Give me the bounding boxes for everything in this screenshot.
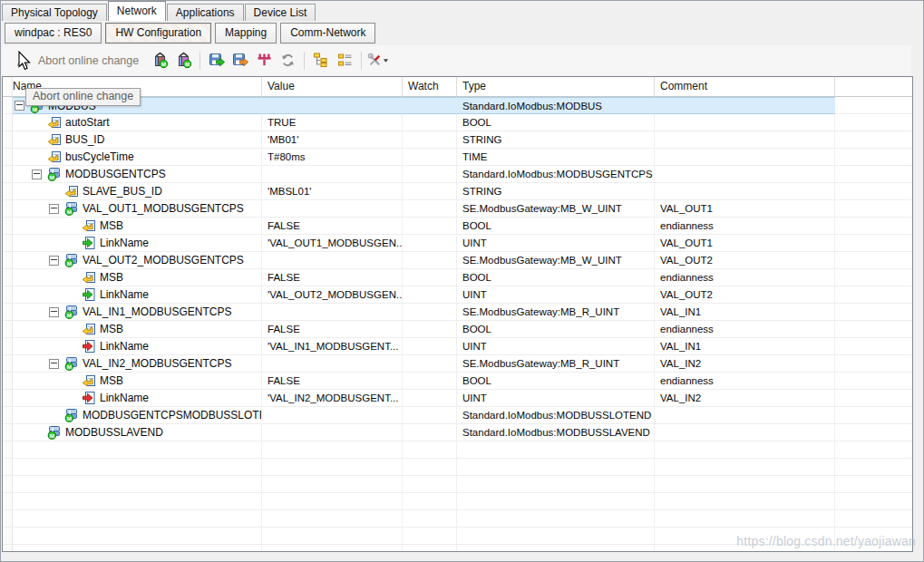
tree-node-label: MODBUSGENTCPSMODBUSSLOTEND (83, 407, 262, 423)
svg-text:M: M (67, 260, 72, 266)
tree-node-label: MSB (100, 373, 123, 389)
insert-module-m-icon[interactable]: M (149, 50, 170, 72)
tree-cell-name: busCycleTime (13, 149, 262, 166)
svg-text:M: M (161, 62, 166, 67)
column-header-value[interactable]: Value (262, 77, 403, 97)
column-header-watch[interactable]: Watch (403, 77, 457, 97)
tree-row-msb[interactable]: MSBFALSEBOOLendianness (3, 321, 912, 338)
collapse-expander-icon[interactable] (49, 256, 59, 266)
tree-node-label: LinkName (100, 286, 149, 303)
list-view-icon[interactable] (334, 50, 355, 72)
link-out-icon (82, 236, 96, 250)
tree-node-label: busCycleTime (65, 149, 134, 165)
collapse-expander-icon[interactable] (32, 170, 42, 179)
tree-row-val_out2_modbusgentcps[interactable]: MVAL_OUT2_MODBUSGENTCPSSE.ModbusGateway:… (3, 252, 912, 269)
tree-row-msb[interactable]: MSBFALSEBOOLendianness (3, 373, 912, 390)
tree-node-label: VAL_IN1_MODBUSGENTCPS (83, 304, 232, 320)
subtab-mapping[interactable]: Mapping (215, 23, 277, 44)
insert-slave-m-icon[interactable]: M (172, 50, 194, 72)
expander-spacer (32, 157, 47, 158)
tree-row-msb[interactable]: MSBFALSEBOOLendianness (3, 218, 912, 235)
tree-node-label: LinkName (100, 390, 149, 406)
tree-row-msb[interactable]: MSBFALSEBOOLendianness (3, 269, 912, 286)
expand-tree-icon[interactable] (310, 50, 332, 72)
column-header-type[interactable]: Type (457, 77, 655, 97)
expander-spacer (49, 415, 64, 416)
tree-row-slave_bus_id[interactable]: SLAVE_BUS_ID'MBSL01'STRING (3, 183, 912, 200)
tree-cell-name: MSB (13, 321, 262, 338)
empty-row (3, 459, 912, 476)
tree-row-val_in2_modbusgentcps[interactable]: MVAL_IN2_MODBUSGENTCPSSE.ModbusGateway:M… (3, 355, 912, 373)
expander-spacer (66, 398, 82, 399)
tree-row-autostart[interactable]: autoStartTRUEBOOL (3, 114, 912, 131)
fieldbus-icon[interactable] (253, 50, 275, 72)
tree-cell-name: MSB (13, 373, 262, 390)
svg-text:M: M (67, 312, 72, 318)
toolbar-icons: MM (148, 50, 390, 72)
collapse-expander-icon[interactable] (15, 101, 24, 111)
param-icon (82, 322, 96, 336)
empty-row (3, 510, 912, 528)
expander-spacer (66, 346, 82, 347)
expander-spacer (66, 381, 82, 382)
svg-text:M: M (67, 208, 72, 215)
tab-device-list[interactable]: Device List (245, 4, 316, 21)
mouse-cursor (18, 51, 31, 71)
tree-row-val_out1_modbusgentcps[interactable]: MVAL_OUT1_MODBUSGENTCPSSE.ModbusGateway:… (3, 200, 912, 218)
module-icon: M (64, 201, 79, 216)
tree-node-label: MODBUSGENTCPS (65, 166, 166, 182)
link-out-icon (82, 287, 96, 302)
module-icon: M (47, 167, 62, 181)
svg-text:M: M (67, 363, 72, 370)
tree-row-modbusgentcps[interactable]: MMODBUSGENTCPSStandard.IoModbus:MODBUSGE… (3, 166, 912, 183)
tree-cell-name: MVAL_OUT1_MODBUSGENTCPS (13, 200, 262, 218)
toolbar-separator (361, 52, 362, 70)
tree-row-buscycletime[interactable]: busCycleTimeT#80msTIME (3, 149, 912, 166)
refresh-icon[interactable] (277, 50, 298, 72)
tree-row-bus_id[interactable]: BUS_ID'MB01'STRING (3, 131, 912, 149)
tree-cell-name: MMODBUSSLAVEND (13, 424, 262, 441)
param-icon (82, 218, 96, 233)
tree-row-val_in1_modbusgentcps[interactable]: MVAL_IN1_MODBUSGENTCPSSE.ModbusGateway:M… (3, 304, 912, 321)
expander-spacer (32, 140, 47, 140)
svg-text:M: M (50, 432, 54, 439)
tree-cell-name: LinkName (13, 235, 262, 252)
subtab-comm-network[interactable]: Comm-Network (280, 23, 375, 44)
tab-physical-topology[interactable]: Physical Topology (2, 4, 107, 21)
tab-applications[interactable]: Applications (167, 4, 244, 21)
sub-tab-bar: windpac : RES0 HW Configuration Mapping … (5, 23, 375, 44)
tab-network[interactable]: Network (108, 1, 166, 21)
column-header-filler (835, 77, 912, 97)
tree-row-linkname[interactable]: LinkName'VAL_OUT2_MODBUSGEN...UINTVAL_OU… (3, 286, 912, 304)
column-header-comment[interactable]: Comment (655, 77, 835, 97)
module-icon: M (47, 425, 62, 440)
module-icon: M (64, 356, 79, 371)
tree-cell-name: LinkName (13, 286, 262, 304)
tree-cell-name: MVAL_OUT2_MODBUSGENTCPS (13, 252, 262, 269)
param-icon (82, 373, 96, 388)
tree-cell-name: LinkName (13, 390, 262, 407)
collapse-expander-icon[interactable] (49, 359, 59, 369)
param-icon (64, 184, 79, 199)
tools-dropdown-icon[interactable] (367, 50, 389, 72)
subtab-hw-configuration[interactable]: HW Configuration (105, 23, 211, 44)
export-icon[interactable] (206, 50, 228, 72)
svg-text:M: M (67, 415, 72, 422)
tree-row-modbusgentcpsmodbusslotend[interactable]: MMODBUSGENTCPSMODBUSSLOTENDStandard.IoMo… (3, 407, 912, 424)
expander-spacer (66, 329, 82, 330)
collapse-expander-icon[interactable] (49, 204, 59, 214)
expander-spacer (32, 432, 47, 433)
tree-row-linkname[interactable]: LinkName'VAL_IN2_MODBUSGENT...UINTVAL_IN… (3, 390, 912, 407)
subtab-windpac-res0[interactable]: windpac : RES0 (5, 23, 102, 44)
svg-text:M: M (33, 105, 37, 111)
device-parameter-grid[interactable]: Name Value Watch Type Comment MMODBUSSta… (2, 76, 913, 552)
tree-row-linkname[interactable]: LinkName'VAL_IN1_MODBUSGENT...UINTVAL_IN… (3, 338, 912, 355)
collapse-expander-icon[interactable] (49, 307, 59, 317)
tree-cell-name: LinkName (13, 338, 262, 355)
tree-row-modbusslavend[interactable]: MMODBUSSLAVENDStandard.IoModbus:MODBUSSL… (3, 424, 912, 441)
tooltip-abort-online-change: Abort online change (25, 88, 141, 106)
tree-row-linkname[interactable]: LinkName'VAL_OUT1_MODBUSGEN...UINTVAL_OU… (3, 235, 912, 252)
import-icon[interactable] (229, 50, 251, 72)
module-icon: M (64, 408, 79, 422)
link-in-icon (82, 391, 96, 405)
